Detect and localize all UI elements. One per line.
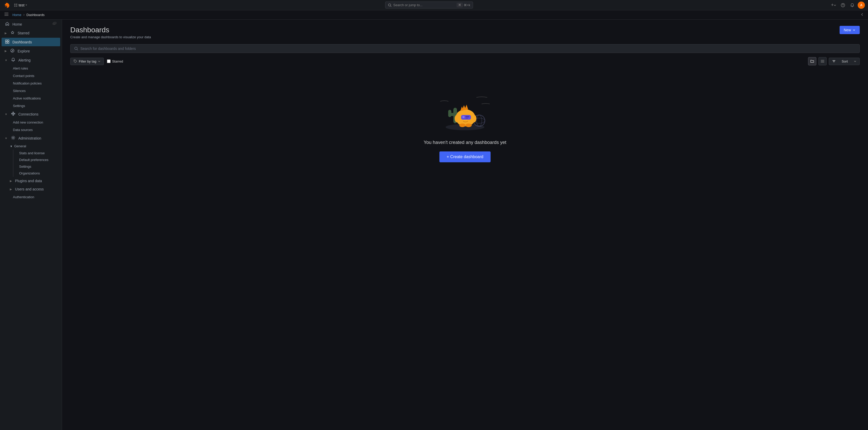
notifications-button[interactable]: [848, 1, 856, 9]
home-icon: [5, 22, 10, 27]
svg-point-39: [459, 124, 466, 127]
breadcrumb-separator: >: [23, 13, 25, 17]
breadcrumb-home-link[interactable]: Home: [12, 13, 22, 17]
sidebar-item-general-settings[interactable]: Settings: [15, 163, 60, 170]
grafana-logo-icon[interactable]: [3, 2, 10, 9]
sidebar-item-contact-points[interactable]: Contact points: [2, 72, 60, 79]
svg-point-21: [74, 60, 75, 61]
add-new-button[interactable]: +: [830, 1, 838, 9]
sidebar-item-organizations[interactable]: Organizations: [15, 170, 60, 177]
topnav-search-area: Search or jump to... ⌘ ⌘+k: [31, 2, 828, 8]
breadcrumb-current: Dashboards: [26, 13, 44, 17]
filter-bar: Filter by tag Starred: [70, 57, 860, 65]
list-view-icon: [820, 59, 825, 63]
filter-by-tag-button[interactable]: Filter by tag: [70, 58, 104, 65]
sort-icon: [832, 59, 836, 63]
sidebar-item-authentication[interactable]: Authentication: [2, 193, 60, 201]
sidebar-item-starred[interactable]: ▶ Starred: [2, 29, 60, 37]
sidebar-plugins-label: Plugins and data: [15, 179, 42, 183]
svg-rect-4: [16, 5, 17, 7]
empty-state-text: You haven't created any dashboards yet: [424, 140, 506, 145]
global-search-bar[interactable]: Search or jump to... ⌘ ⌘+k: [385, 2, 473, 8]
dashboard-search-icon: [74, 47, 78, 51]
help-button[interactable]: [839, 1, 847, 9]
admin-chevron-icon: ▼: [5, 137, 7, 140]
sidebar-toggle-icon[interactable]: [4, 12, 9, 18]
new-chevron-icon: [852, 28, 856, 32]
folder-view-icon: [810, 59, 814, 63]
svg-rect-3: [14, 5, 16, 7]
sidebar-item-home[interactable]: Home: [2, 20, 60, 28]
sidebar-item-general[interactable]: ▼ General: [2, 143, 60, 149]
sidebar-item-administration[interactable]: ▼ Administration: [2, 134, 60, 143]
tag-icon: [74, 59, 77, 63]
topnav-left: test ▾: [3, 2, 29, 9]
list-view-button[interactable]: [818, 57, 827, 65]
alerting-chevron-icon: ▼: [5, 59, 7, 62]
sort-button[interactable]: Sort: [829, 58, 860, 65]
sidebar-collapse-icon[interactable]: [860, 13, 864, 17]
explore-chevron-icon: ▶: [5, 49, 7, 53]
sidebar-item-alerting-settings[interactable]: Settings: [2, 102, 60, 109]
sort-chevron-icon: [854, 60, 857, 63]
workspace-selector[interactable]: test ▾: [12, 2, 29, 8]
svg-point-7: [843, 6, 843, 6]
filter-tag-chevron-icon: [98, 60, 100, 63]
svg-rect-9: [54, 22, 56, 24]
star-icon: [10, 31, 15, 35]
dashboard-search-bar[interactable]: [70, 44, 860, 53]
create-dashboard-button[interactable]: + Create dashboard: [439, 151, 491, 162]
users-chevron-icon: ▶: [10, 188, 12, 191]
svg-point-25: [476, 115, 482, 126]
shortcut-k: ⌘+k: [464, 3, 470, 7]
sidebar: Home ▶ Starred: [0, 20, 62, 430]
sidebar-item-users[interactable]: ▶ Users and access: [2, 185, 60, 193]
admin-icon: [10, 136, 16, 141]
sidebar-item-plugins[interactable]: ▶ Plugins and data: [2, 177, 60, 185]
alerting-icon: [10, 58, 16, 63]
sidebar-item-connections[interactable]: ▼ Connections: [2, 110, 60, 118]
svg-point-37: [455, 115, 459, 122]
svg-rect-1: [14, 4, 16, 5]
avatar[interactable]: A: [858, 2, 865, 9]
connections-icon: [10, 112, 16, 117]
sidebar-item-notification-policies[interactable]: Notification policies: [2, 80, 60, 87]
filter-right: Sort: [808, 57, 860, 65]
sidebar-item-explore[interactable]: ▶ Explore: [2, 47, 60, 55]
sidebar-item-data-sources[interactable]: Data sources: [2, 126, 60, 133]
bell-icon: [850, 3, 854, 7]
workspace-name: test: [19, 3, 25, 7]
sidebar-item-default-preferences[interactable]: Default preferences: [15, 157, 60, 163]
sidebar-alerting-label: Alerting: [18, 58, 30, 62]
help-icon: [841, 3, 845, 7]
expand-panel-icon: [52, 22, 57, 26]
starred-filter[interactable]: Starred: [107, 59, 123, 63]
page-title: Dashboards: [70, 26, 151, 34]
sidebar-item-dashboards[interactable]: Dashboards: [2, 38, 60, 46]
svg-rect-12: [5, 42, 7, 43]
sidebar-item-stats-license[interactable]: Stats and license: [15, 150, 60, 156]
new-button[interactable]: New: [840, 26, 860, 34]
starred-chevron-icon: ▶: [5, 32, 7, 35]
starred-checkbox[interactable]: [107, 59, 111, 63]
dashboard-search-input[interactable]: [80, 47, 856, 51]
sidebar-dashboards-label: Dashboards: [12, 40, 32, 44]
svg-point-38: [472, 115, 476, 122]
folder-view-button[interactable]: [808, 57, 816, 65]
svg-rect-35: [466, 116, 469, 117]
empty-illustration: [437, 87, 493, 133]
topnav: test ▾ Search or jump to... ⌘ ⌘+k +: [0, 0, 868, 10]
topnav-right: + A: [830, 1, 865, 9]
search-placeholder-text: Search or jump to...: [393, 3, 423, 7]
sidebar-item-add-connection[interactable]: Add new connection: [2, 119, 60, 126]
sidebar-explore-label: Explore: [18, 49, 30, 53]
sidebar-item-alert-rules[interactable]: Alert rules: [2, 65, 60, 72]
keyboard-icon: ⌘: [457, 3, 463, 7]
svg-point-40: [466, 124, 472, 127]
main-layout: Home ▶ Starred: [0, 20, 868, 430]
sidebar-item-alerting[interactable]: ▼ Alerting: [2, 56, 60, 64]
filter-left: Filter by tag Starred: [70, 58, 123, 65]
sidebar-item-active-notifications[interactable]: Active notifications: [2, 95, 60, 102]
sidebar-administration-label: Administration: [18, 136, 41, 140]
sidebar-item-silences[interactable]: Silences: [2, 87, 60, 94]
